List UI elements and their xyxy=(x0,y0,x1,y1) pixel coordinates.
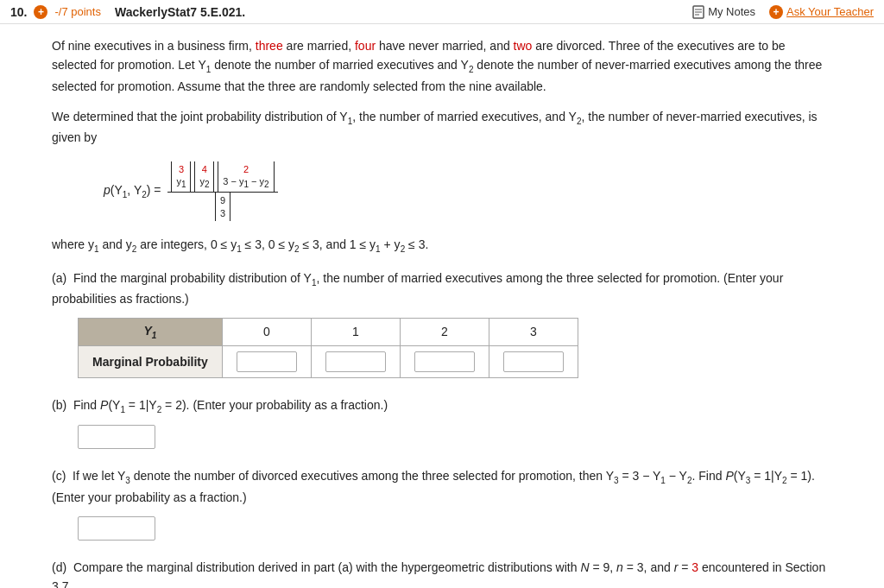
part-b-letter: (b) xyxy=(52,398,66,412)
formula-row: p(Y1, Y2) = 3 y1 4 y2 2 3 − y1 − y2 xyxy=(104,161,829,221)
part-a: (a) Find the marginal probability distri… xyxy=(52,269,829,378)
main-content: Of nine executives in a business firm, t… xyxy=(0,24,846,588)
part-d-label: (d) Compare the marginal distribution de… xyxy=(52,558,829,588)
col-1-header: 1 xyxy=(311,318,400,345)
part-a-letter: (a) xyxy=(52,271,66,285)
part-b-label: (b) Find P(Y1 = 1|Y2 = 2). (Enter your p… xyxy=(52,395,829,417)
part-c-input[interactable] xyxy=(78,516,155,541)
source-text: WackerlyStat7 5.E.021. xyxy=(115,5,245,19)
header-left: 10. + -/7 points WackerlyStat7 5.E.021. xyxy=(10,5,245,19)
binom-4-y2: 4 y2 xyxy=(194,161,214,192)
ask-teacher-label: Ask Your Teacher xyxy=(786,5,874,18)
part-b-input[interactable] xyxy=(78,425,155,449)
binom-3-y1: 3 y1 xyxy=(171,161,191,192)
table-row: Marginal Probability xyxy=(79,345,578,377)
col-3-header: 3 xyxy=(489,318,578,345)
points-plus-icon: + xyxy=(34,5,47,19)
problem-intro: Of nine executives in a business firm, t… xyxy=(52,36,829,97)
formula-block: p(Y1, Y2) = 3 y1 4 y2 2 3 − y1 − y2 xyxy=(104,161,829,221)
prob-cell-1[interactable] xyxy=(311,345,400,377)
part-c-label: (c) If we let Y3 denote the number of di… xyxy=(52,466,829,507)
prob-cell-0[interactable] xyxy=(222,345,311,377)
y1-column-header: Y1 xyxy=(79,318,223,345)
header-right: My Notes + Ask Your Teacher xyxy=(692,5,874,19)
three-word: three xyxy=(256,39,283,53)
my-notes-label: My Notes xyxy=(708,5,755,18)
prob-cell-2[interactable] xyxy=(400,345,489,377)
col-2-header: 2 xyxy=(400,318,489,345)
prob-input-2[interactable] xyxy=(414,351,475,372)
formula-fraction: 3 y1 4 y2 2 3 − y1 − y2 9 3 xyxy=(167,161,277,221)
part-c-letter: (c) xyxy=(52,469,66,483)
four-word: four xyxy=(355,39,376,53)
my-notes-button[interactable]: My Notes xyxy=(692,5,755,19)
prob-input-0[interactable] xyxy=(237,351,297,372)
part-d-letter: (d) xyxy=(52,560,66,574)
page-header: 10. + -/7 points WackerlyStat7 5.E.021. … xyxy=(0,0,884,24)
prob-cell-3[interactable] xyxy=(489,345,578,377)
points-label: -/7 points xyxy=(54,5,100,18)
p-notation: p(Y1, Y2) = xyxy=(104,178,164,204)
prob-input-1[interactable] xyxy=(325,351,386,372)
prob-input-3[interactable] xyxy=(503,351,564,372)
ask-plus-icon: + xyxy=(769,5,783,19)
table-header-row: Y1 0 1 2 3 xyxy=(79,318,578,345)
document-icon xyxy=(692,5,704,19)
question-number: 10. xyxy=(10,5,27,19)
ask-teacher-button[interactable]: + Ask Your Teacher xyxy=(769,5,874,19)
part-b: (b) Find P(Y1 = 1|Y2 = 2). (Enter your p… xyxy=(52,395,829,450)
denominator: 9 3 xyxy=(212,193,234,221)
part-a-label: (a) Find the marginal probability distri… xyxy=(52,269,829,309)
part-c: (c) If we let Y3 denote the number of di… xyxy=(52,466,829,540)
col-0-header: 0 xyxy=(222,318,311,345)
marginal-prob-label: Marginal Probability xyxy=(79,345,223,377)
two-word: two xyxy=(514,39,533,53)
condition-text: where y1 and y2 are integers, 0 ≤ y1 ≤ 3… xyxy=(52,235,829,256)
binom-9-3: 9 3 xyxy=(215,193,230,221)
marginal-prob-table: Y1 0 1 2 3 Marginal Probability xyxy=(78,318,578,378)
numerator: 3 y1 4 y2 2 3 − y1 − y2 xyxy=(167,161,277,193)
binom-2-expr: 2 3 − y1 − y2 xyxy=(218,161,274,192)
part-d: (d) Compare the marginal distribution de… xyxy=(52,558,829,588)
r-value: 3 xyxy=(691,560,698,574)
joint-dist-intro: We determined that the joint probability… xyxy=(52,107,829,148)
